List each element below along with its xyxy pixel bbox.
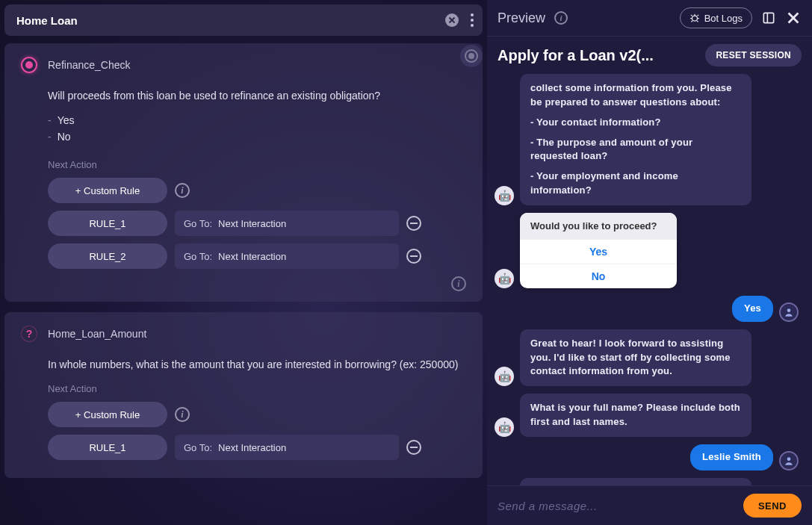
goto-select[interactable]: Go To: Next Interaction: [175, 243, 399, 269]
bot-logs-button[interactable]: Bot Logs: [680, 7, 752, 28]
rule-row: RULE_2 Go To: Next Interaction: [48, 243, 469, 269]
choice-card: Would you like to proceed? Yes No: [520, 213, 677, 288]
remove-rule-icon[interactable]: [406, 440, 421, 455]
node-question: Will proceeds from this loan be used to …: [48, 88, 469, 104]
node-header: ? Home_Loan_Amount: [18, 326, 469, 342]
svg-point-3: [787, 457, 791, 461]
choice-prompt: Would you like to proceed?: [520, 213, 677, 239]
rule-button[interactable]: RULE_2: [48, 243, 167, 269]
info-icon[interactable]: i: [554, 11, 568, 25]
rule-row: RULE_1 Go To: Next Interaction: [48, 211, 469, 236]
bot-avatar-icon: [495, 269, 514, 288]
rule-button[interactable]: RULE_1: [48, 211, 167, 236]
goto-label: Go To:: [184, 251, 212, 262]
bot-message: Great to hear! I look forward to assisti…: [495, 329, 799, 387]
goto-label: Go To:: [184, 218, 212, 229]
bot-logs-label: Bot Logs: [704, 13, 743, 24]
bot-subtitle: Apply for a Loan v2(...: [498, 47, 696, 64]
node-card: Refinance_Check Will proceeds from this …: [4, 43, 483, 302]
bot-message: Please provide your email address. (ex: …: [495, 478, 799, 485]
page-title: Home Loan: [16, 14, 445, 27]
preview-subheader: Apply for a Loan v2(... RESET SESSION: [487, 37, 812, 74]
add-custom-rule-button[interactable]: + Custom Rule: [48, 178, 167, 203]
info-icon[interactable]: i: [175, 407, 190, 422]
question-icon: ?: [21, 326, 37, 342]
user-message: Leslie Smith: [495, 444, 799, 470]
message-input[interactable]: [498, 500, 736, 512]
node-question: In whole numbers, what is the amount tha…: [48, 357, 469, 373]
composer: SEND: [487, 485, 812, 525]
send-button[interactable]: SEND: [743, 494, 802, 518]
bot-avatar-icon: [495, 367, 514, 386]
bot-message: Would you like to proceed? Yes No: [495, 213, 799, 288]
node-header: Refinance_Check: [18, 57, 469, 73]
custom-rule-row: + Custom Rule i: [48, 402, 469, 427]
bug-icon: [689, 13, 700, 23]
message-bubble: Yes: [732, 296, 773, 322]
user-avatar-icon: [779, 302, 799, 322]
user-avatar-icon: [779, 451, 799, 470]
svg-point-0: [692, 16, 697, 21]
bot-message: What is your full name? Please include b…: [495, 394, 799, 437]
bot-avatar-icon: [495, 417, 514, 437]
message-bubble: Great to hear! I look forward to assisti…: [520, 329, 751, 387]
goto-label: Go To:: [184, 442, 212, 453]
goto-value: Next Interaction: [218, 251, 286, 262]
option-list: Yes No: [48, 114, 469, 143]
chat-scroll[interactable]: collect some information from you. Pleas…: [487, 74, 812, 485]
reset-session-button[interactable]: RESET SESSION: [705, 44, 802, 66]
message-bubble: Please provide your email address. (ex: …: [520, 478, 751, 485]
next-action-label: Next Action: [48, 383, 469, 394]
goto-value: Next Interaction: [218, 442, 286, 453]
message-bubble: Leslie Smith: [690, 444, 773, 470]
goto-select[interactable]: Go To: Next Interaction: [175, 435, 399, 460]
svg-point-2: [787, 308, 791, 312]
next-action-label: Next Action: [48, 159, 469, 170]
remove-rule-icon[interactable]: [406, 249, 421, 264]
preview-panel: Preview i Bot Logs Apply for a Loan v2(.…: [487, 0, 812, 525]
goto-value: Next Interaction: [218, 218, 286, 229]
message-bubble: What is your full name? Please include b…: [520, 394, 751, 437]
add-custom-rule-button[interactable]: + Custom Rule: [48, 402, 167, 427]
remove-rule-icon[interactable]: [406, 216, 421, 231]
info-icon[interactable]: i: [451, 276, 466, 291]
bot-message: collect some information from you. Pleas…: [495, 74, 799, 205]
rule-row: RULE_1 Go To: Next Interaction: [48, 435, 469, 460]
header-actions: [445, 12, 475, 28]
preview-title: Preview: [498, 10, 545, 26]
node-card: ? Home_Loan_Amount In whole numbers, wha…: [4, 312, 483, 478]
info-icon[interactable]: i: [175, 183, 190, 198]
close-icon[interactable]: [785, 10, 802, 26]
rule-button[interactable]: RULE_1: [48, 435, 167, 460]
choice-option[interactable]: Yes: [520, 239, 677, 264]
card-footer: i: [18, 276, 469, 291]
option-item: No: [48, 131, 469, 143]
option-item: Yes: [48, 114, 469, 126]
editor-panel: Home Loan Refinance_Check Will proceeds …: [0, 0, 487, 525]
header-bar: Home Loan: [4, 4, 483, 36]
node-name: Home_Loan_Amount: [48, 328, 146, 340]
close-icon[interactable]: [445, 13, 459, 27]
custom-rule-row: + Custom Rule i: [48, 178, 469, 203]
bot-avatar-icon: [495, 186, 514, 205]
message-bubble: collect some information from you. Pleas…: [520, 74, 751, 205]
kebab-menu-icon[interactable]: [469, 12, 475, 28]
goto-select[interactable]: Go To: Next Interaction: [175, 211, 399, 236]
preview-header: Preview i Bot Logs: [487, 0, 812, 37]
user-message: Yes: [495, 296, 799, 322]
svg-rect-1: [763, 13, 773, 22]
radio-icon: [21, 57, 37, 73]
node-name: Refinance_Check: [48, 59, 131, 71]
choice-option[interactable]: No: [520, 264, 677, 288]
popout-icon[interactable]: [761, 10, 776, 25]
